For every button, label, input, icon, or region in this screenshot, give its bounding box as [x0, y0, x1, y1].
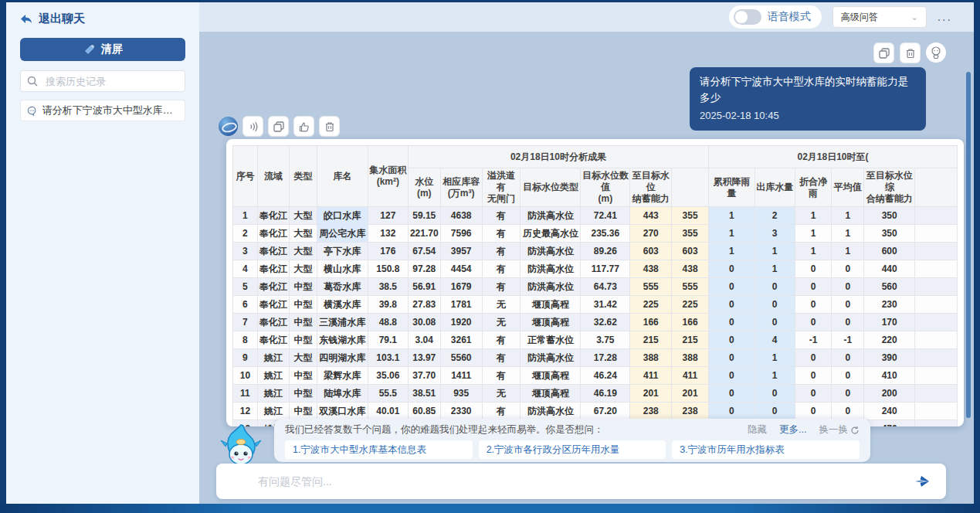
table-cell: 30.08: [408, 314, 440, 331]
table-cell: [915, 420, 958, 427]
reservoir-name-cell[interactable]: 横山水库: [317, 260, 368, 278]
table-cell: 3.75: [581, 331, 630, 349]
reservoir-name-cell[interactable]: 陆埠水库: [317, 385, 368, 403]
table-cell: [915, 331, 958, 349]
suggestion-chip[interactable]: 3.宁波市历年用水指标表: [672, 440, 860, 459]
table-cell: 201: [672, 385, 709, 403]
table-cell: 无: [482, 296, 521, 314]
table-cell: 2330: [440, 403, 482, 420]
table-cell: 215: [672, 331, 709, 349]
column-header: 库名: [317, 146, 368, 207]
delete-answer-button[interactable]: [319, 116, 340, 137]
more-options-button[interactable]: ...: [938, 10, 952, 24]
table-cell: 奉化江: [257, 225, 289, 243]
reservoir-name-cell[interactable]: 双溪口水库: [317, 403, 368, 420]
table-cell: 0: [832, 349, 864, 367]
table-cell: 1: [754, 367, 795, 385]
back-arrow-icon: [20, 14, 32, 25]
table-row: 11姚江中型陆埠水库55.538.51935无堰顶高程46.1920120100…: [233, 385, 958, 403]
table-cell: 有: [482, 207, 521, 225]
read-aloud-button[interactable]: [242, 116, 263, 137]
reservoir-name-cell[interactable]: 皎口水库: [317, 207, 368, 225]
table-cell: 0: [795, 367, 832, 385]
table-cell: 堰顶高程: [521, 385, 581, 403]
reservoir-name-cell[interactable]: 三溪浦水库: [317, 314, 368, 331]
table-cell: 3.04: [408, 331, 440, 349]
copy-answer-button[interactable]: [268, 116, 289, 137]
more-link[interactable]: 更多...: [779, 423, 806, 437]
table-cell: 1: [233, 207, 258, 225]
copy-button[interactable]: [873, 42, 894, 63]
chat-scrollbar[interactable]: [966, 72, 971, 418]
table-row: 6奉化江中型横溪水库39.827.831781无堰顶高程31.422252250…: [233, 296, 958, 314]
table-cell: 0: [709, 278, 755, 296]
table-cell: 438: [630, 260, 672, 278]
table-cell: 大型: [289, 349, 317, 367]
history-item[interactable]: 请分析下宁波市大中型水库的实时...: [20, 100, 185, 121]
send-button[interactable]: [910, 470, 934, 493]
group-header: 02月18日10时分析成果: [408, 146, 708, 168]
table-cell: 89.26: [581, 243, 630, 260]
table-cell: 235.36: [581, 225, 630, 243]
suggestion-panel: 我们已经答复数千个问题，你的难题我们处理起来轻而易举。你是否想问： 隐藏 更多.…: [274, 419, 870, 462]
reservoir-name-cell[interactable]: 四明湖水库: [317, 349, 368, 367]
reservoir-name-cell[interactable]: 东钱湖水库: [317, 331, 368, 349]
table-cell: 姚江: [257, 403, 289, 420]
table-cell: 奉化江: [257, 278, 289, 296]
table-cell: 防洪高水位: [521, 403, 581, 420]
toggle-track-icon[interactable]: [734, 9, 761, 25]
reservoir-name-cell[interactable]: 梁辉水库: [317, 367, 368, 385]
table-cell: 48.8: [368, 314, 408, 331]
table-cell: [915, 225, 958, 243]
reservoir-name-cell[interactable]: 周公宅水库: [317, 225, 368, 243]
table-cell: 176: [368, 243, 408, 260]
table-cell: 67.20: [581, 403, 630, 420]
table-row: 12姚江中型双溪口水库40.0160.852330有防洪高水位67.202382…: [233, 403, 958, 420]
answer-mode-select[interactable]: 高级问答 ⌄: [832, 6, 927, 28]
table-row: 10姚江中型梁辉水库35.0637.701411有堰顶高程46.24411411…: [233, 367, 958, 385]
column-header: 溢洪道有 无闸门: [482, 168, 521, 207]
table-cell: 12: [233, 403, 258, 420]
table-cell: 355: [672, 225, 709, 243]
table-cell: 1: [832, 243, 864, 260]
table-cell: 4638: [440, 207, 482, 225]
copy-icon: [879, 48, 890, 59]
chat-bubble-icon: [27, 105, 37, 117]
table-cell: 11: [233, 385, 258, 403]
suggestion-chip[interactable]: 2.宁波市各行政分区历年用水量: [479, 440, 666, 459]
table-cell: 67.54: [408, 243, 440, 260]
table-cell: 55.5: [368, 385, 408, 403]
table-cell: 防洪高水位: [521, 207, 581, 225]
delete-button[interactable]: [900, 42, 921, 63]
column-header: 序号: [233, 146, 258, 207]
table-cell: [915, 260, 958, 278]
column-header: 折合净雨: [795, 168, 832, 207]
table-cell: 0: [709, 385, 755, 403]
assistant-face-button[interactable]: [926, 42, 946, 63]
swap-link[interactable]: 换一换: [819, 423, 860, 437]
like-button[interactable]: [293, 116, 314, 137]
reservoir-name-cell[interactable]: 横溪水库: [317, 296, 368, 314]
reservoir-name-cell[interactable]: 葛岙水库: [317, 278, 368, 296]
table-cell: 0: [795, 278, 832, 296]
table-cell: 64.73: [581, 278, 630, 296]
message-input[interactable]: [256, 474, 910, 488]
table-cell: 1: [709, 225, 755, 243]
table-cell: 72.41: [581, 207, 630, 225]
reservoir-name-cell[interactable]: 亭下水库: [317, 243, 368, 260]
table-cell: 大型: [289, 207, 317, 225]
table-cell: 1: [795, 243, 832, 260]
exit-chat-button[interactable]: 退出聊天: [20, 12, 85, 26]
table-cell: 238: [630, 403, 672, 420]
table-cell: 0: [709, 296, 755, 314]
table-cell: 10: [233, 367, 258, 385]
table-row: 7奉化江中型三溪浦水库48.830.081920无堰顶高程32.62166166…: [233, 314, 958, 331]
table-cell: 560: [864, 278, 915, 296]
clear-screen-button[interactable]: 清屏: [20, 38, 185, 61]
suggestion-chip[interactable]: 1.宁波市大中型水库基本信息表: [285, 440, 473, 459]
table-cell: 中型: [289, 314, 317, 331]
voice-mode-toggle[interactable]: 语音模式: [729, 5, 822, 29]
hide-link[interactable]: 隐藏: [748, 423, 767, 437]
sidebar: 退出聊天 清屏 请分析下宁波市大中型水库的实时...: [6, 2, 199, 504]
history-search-input[interactable]: [44, 75, 183, 88]
